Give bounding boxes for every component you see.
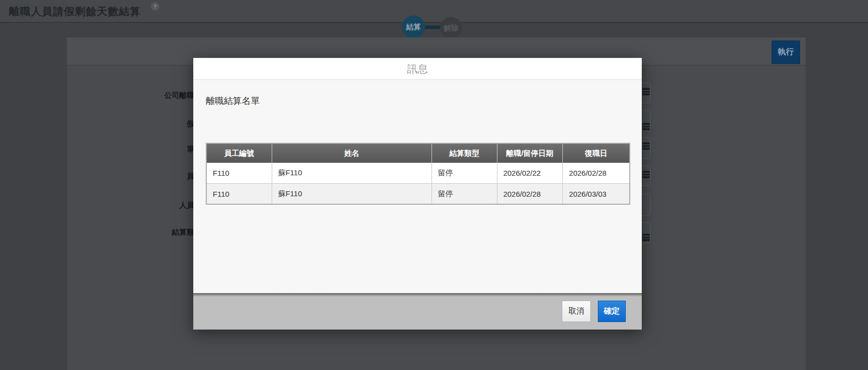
cell-settle-type: 留停 [432, 163, 497, 183]
stepper-step-release[interactable]: 解除 [440, 17, 462, 39]
column-header-settle-type: 結算類型 [432, 144, 497, 163]
message-dialog: 訊息 離職結算名單 員工編號 姓名 結算類型 離職/留停日期 復職日 F110 … [193, 58, 642, 330]
cell-return-date: 2026/03/03 [563, 184, 629, 204]
cell-employee-id: F110 [207, 184, 272, 204]
cell-return-date: 2026/02/28 [563, 163, 629, 183]
cell-settle-type: 留停 [432, 184, 497, 204]
form-label-personnel: 人員 [179, 201, 194, 210]
cell-resign-date: 2026/02/22 [497, 163, 563, 183]
stepper-connector [425, 25, 441, 29]
grid-picker-icon[interactable] [642, 234, 650, 241]
confirm-button[interactable]: 確定 [598, 301, 626, 322]
cell-name: 蘇F110 [272, 184, 432, 204]
table-row: F110 蘇F110 留停 2026/02/28 2026/03/03 [207, 183, 629, 204]
dialog-header: 訊息 [193, 58, 642, 80]
stepper-step-settle[interactable]: 結算 [402, 15, 425, 38]
dialog-body: 離職結算名單 員工編號 姓名 結算類型 離職/留停日期 復職日 F110 蘇F1… [193, 80, 642, 293]
column-header-return-date: 復職日 [563, 144, 629, 163]
grid-picker-icon[interactable] [642, 123, 650, 130]
table-row: F110 蘇F110 留停 2026/02/22 2026/02/28 [207, 163, 629, 183]
execute-button[interactable]: 執行 [772, 40, 800, 64]
calendar-icon[interactable] [642, 171, 650, 178]
screen: 離職人員請假剩餘天數結算 ? 結算 解除 執行 公司離職 假 單 員 人員 結算… [0, 0, 868, 370]
grid-picker-icon[interactable] [642, 88, 650, 95]
cell-resign-date: 2026/02/28 [497, 184, 563, 204]
page-title: 離職人員請假剩餘天數結算 [9, 4, 141, 18]
dialog-title: 訊息 [407, 62, 428, 76]
column-header-resign-date: 離職/留停日期 [497, 144, 563, 163]
settlement-table: 員工編號 姓名 結算類型 離職/留停日期 復職日 F110 蘇F110 留停 2… [206, 143, 630, 205]
settlement-list-heading: 離職結算名單 [206, 95, 260, 107]
cell-name: 蘇F110 [272, 163, 432, 183]
form-label-settle-type: 結算類 [172, 228, 194, 237]
column-header-employee-id: 員工編號 [207, 144, 272, 163]
help-icon[interactable]: ? [151, 2, 159, 10]
form-label-company-resign: 公司離職 [164, 91, 194, 100]
table-header-row: 員工編號 姓名 結算類型 離職/留停日期 復職日 [207, 144, 629, 163]
column-header-name: 姓名 [272, 144, 432, 163]
calendar-icon[interactable] [642, 142, 650, 150]
cancel-button[interactable]: 取消 [562, 301, 591, 322]
cell-employee-id: F110 [207, 163, 272, 183]
dialog-footer: 取消 確定 [193, 293, 642, 330]
